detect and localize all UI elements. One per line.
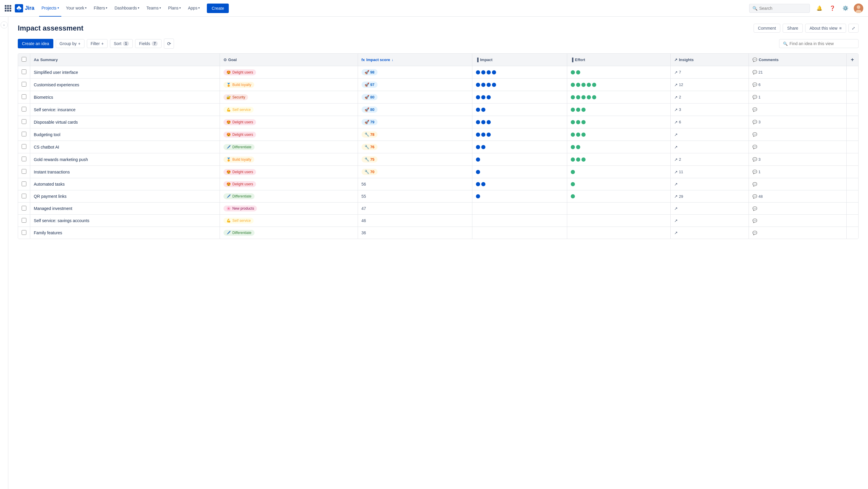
group-by-button[interactable]: Group by + <box>56 39 85 48</box>
sidebar-toggle[interactable]: › <box>0 17 8 489</box>
goal-badge: 🖊️ Differentiate <box>223 230 254 236</box>
row-checkbox-cell[interactable] <box>18 203 30 215</box>
search-bar[interactable]: 🔍 <box>749 4 810 13</box>
share-button[interactable]: Share <box>783 24 803 33</box>
row-checkbox[interactable] <box>22 69 26 74</box>
row-checkbox[interactable] <box>22 181 26 186</box>
trend-icon: ↗ <box>674 70 678 75</box>
summary-cell: Customised experiences <box>30 79 220 91</box>
row-checkbox-cell[interactable] <box>18 166 30 178</box>
comment-button[interactable]: Comment <box>754 24 781 33</box>
table-row[interactable]: Gold rewards marketing push 🏅 Build loya… <box>18 153 858 166</box>
impact-cell <box>472 153 567 166</box>
insights-cell: ↗29 <box>670 191 749 203</box>
goal-label: New products <box>232 206 254 210</box>
create-button[interactable]: Create <box>207 4 229 13</box>
row-checkbox[interactable] <box>22 132 26 136</box>
notifications-button[interactable]: 🔔 <box>815 4 824 13</box>
table-row[interactable]: Disposable virtual cards 😍 Delight users… <box>18 116 858 128</box>
expand-button[interactable]: ⤢ <box>848 24 859 33</box>
create-idea-button[interactable]: Create an idea <box>18 39 53 48</box>
sort-button[interactable]: Sort 1 <box>110 39 133 48</box>
row-checkbox[interactable] <box>22 119 26 124</box>
row-checkbox-cell[interactable] <box>18 141 30 153</box>
settings-icon: ⚙️ <box>842 5 848 11</box>
goal-badge: 🏅 Build loyalty <box>223 82 254 88</box>
sidebar-collapse-button[interactable]: › <box>1 21 8 28</box>
filter-button[interactable]: Filter + <box>87 39 107 48</box>
insights-cell: ↗ <box>670 128 749 141</box>
table-row[interactable]: Family features 🖊️ Differentiate 36 ↗ 💬 <box>18 227 858 239</box>
row-checkbox[interactable] <box>22 94 26 99</box>
logo[interactable]: Jira <box>15 4 34 12</box>
select-all-checkbox[interactable] <box>22 57 26 62</box>
summary-cell: QR payment links <box>30 191 220 203</box>
row-checkbox[interactable] <box>22 107 26 112</box>
row-checkbox-cell[interactable] <box>18 227 30 239</box>
effort-cell <box>567 203 670 215</box>
row-checkbox[interactable] <box>22 218 26 223</box>
fields-count-badge: 7 <box>152 41 158 46</box>
about-view-button[interactable]: About this view ≡ <box>805 24 846 33</box>
table-row[interactable]: Self service: insurance 💪 Self service 🚀… <box>18 104 858 116</box>
row-checkbox-cell[interactable] <box>18 191 30 203</box>
table-row[interactable]: QR payment links 🖊️ Differentiate 55 ↗29… <box>18 191 858 203</box>
table-row[interactable]: CS chatbot AI 🖊️ Differentiate 🔧 76 ↗ 💬 <box>18 141 858 153</box>
score-cell: 55 <box>358 191 472 203</box>
row-checkbox-cell[interactable] <box>18 104 30 116</box>
fields-button[interactable]: Fields 7 <box>135 39 161 48</box>
table-row[interactable]: Instant transactions 😍 Delight users 🔧 7… <box>18 166 858 178</box>
nav-item-plans[interactable]: Plans ▾ <box>166 0 183 17</box>
select-all-header[interactable] <box>18 54 30 66</box>
row-checkbox[interactable] <box>22 82 26 87</box>
idea-search-input[interactable] <box>789 41 855 46</box>
summary-cell: Self service: insurance <box>30 104 220 116</box>
goal-emoji: 🖊️ <box>226 145 231 149</box>
row-add-cell <box>846 141 858 153</box>
goal-cell: 🖊️ Differentiate <box>220 227 358 239</box>
row-checkbox-cell[interactable] <box>18 153 30 166</box>
row-checkbox-cell[interactable] <box>18 128 30 141</box>
grid-menu-icon[interactable] <box>5 5 11 11</box>
nav-item-apps[interactable]: Apps ▾ <box>186 0 202 17</box>
row-checkbox[interactable] <box>22 206 26 210</box>
table-row[interactable]: Customised experiences 🏅 Build loyalty 🚀… <box>18 79 858 91</box>
row-checkbox[interactable] <box>22 156 26 161</box>
row-checkbox[interactable] <box>22 194 26 198</box>
nav-item-filters[interactable]: Filters ▾ <box>91 0 110 17</box>
table-row[interactable]: Biometrics 🔐 Security 🚀 80 ↗2 💬1 <box>18 91 858 104</box>
help-button[interactable]: ❓ <box>828 4 837 13</box>
table-row[interactable]: Simplified user interface 😍 Delight user… <box>18 66 858 79</box>
settings-button[interactable]: ⚙️ <box>841 4 850 13</box>
summary-cell: Self service: savings accounts <box>30 215 220 227</box>
row-checkbox[interactable] <box>22 144 26 149</box>
table-row[interactable]: Budgeting tool 😍 Delight users 🔧 78 ↗ 💬 <box>18 128 858 141</box>
table-row[interactable]: Automated tasks 😍 Delight users 56 ↗ 💬 <box>18 178 858 191</box>
goal-label: Differentiate <box>232 231 251 235</box>
row-checkbox[interactable] <box>22 169 26 174</box>
nav-item-teams[interactable]: Teams ▾ <box>144 0 163 17</box>
nav-item-dashboards[interactable]: Dashboards ▾ <box>112 0 142 17</box>
idea-search[interactable]: 🔍 <box>779 39 859 48</box>
comments-cell: 💬 <box>749 215 846 227</box>
nav-item-projects[interactable]: Projects ▾ <box>39 0 61 17</box>
table-row[interactable]: Self service: savings accounts 💪 Self se… <box>18 215 858 227</box>
table-row[interactable]: Managed investment 🌸 New products 47 ↗ 💬 <box>18 203 858 215</box>
refresh-button[interactable]: ⟳ <box>164 38 174 49</box>
row-checkbox[interactable] <box>22 230 26 235</box>
row-checkbox-cell[interactable] <box>18 116 30 128</box>
row-checkbox-cell[interactable] <box>18 91 30 104</box>
goal-cell: 🔐 Security <box>220 91 358 104</box>
trend-icon: ↗ <box>674 107 678 112</box>
user-avatar[interactable] <box>854 4 863 13</box>
score-cell: 🚀 97 <box>358 79 472 91</box>
nav-item-your-work[interactable]: Your work ▾ <box>64 0 89 17</box>
search-input[interactable] <box>759 6 807 11</box>
nav-icons: 🔔 ❓ ⚙️ <box>815 4 863 13</box>
col-impact-score[interactable]: fx Impact score ↓ <box>358 54 472 66</box>
row-checkbox-cell[interactable] <box>18 79 30 91</box>
row-checkbox-cell[interactable] <box>18 178 30 191</box>
add-column-button[interactable]: + <box>846 54 858 66</box>
row-checkbox-cell[interactable] <box>18 66 30 79</box>
row-checkbox-cell[interactable] <box>18 215 30 227</box>
